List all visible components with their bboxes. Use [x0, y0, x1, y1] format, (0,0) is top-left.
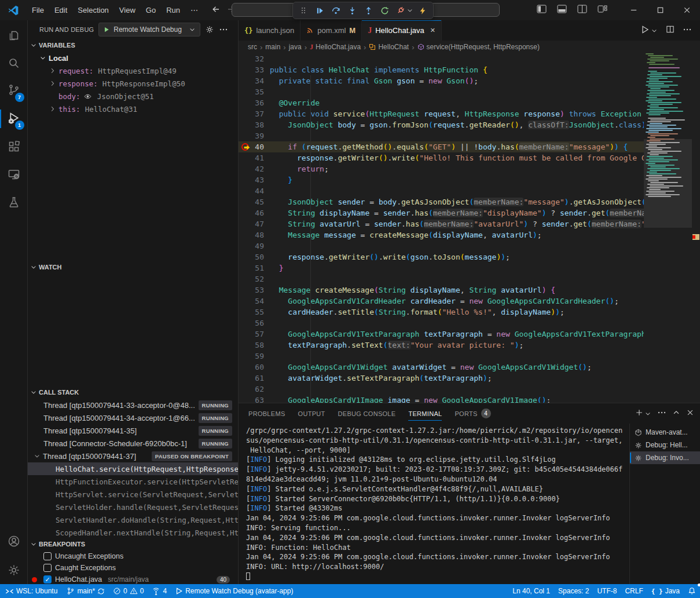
minimap[interactable] — [644, 53, 692, 403]
split-editor-layout-icon[interactable] — [577, 5, 587, 16]
breadcrumb-item[interactable]: src — [248, 43, 257, 51]
breakpoint-margin[interactable] — [239, 285, 254, 296]
editor-tab-launch-json[interactable]: {}launch.json — [239, 20, 300, 41]
close-icon[interactable]: ✕ — [430, 27, 435, 34]
breakpoint-row[interactable]: ✓HelloChat.javasrc/main/java40 — [28, 574, 238, 584]
breakpoint-margin[interactable] — [239, 130, 254, 141]
breakpoint-margin[interactable] — [239, 351, 254, 362]
explorer-icon[interactable] — [0, 21, 28, 49]
line-number[interactable]: 32 — [254, 53, 264, 64]
back-button[interactable] — [211, 5, 221, 16]
line-number[interactable]: 45 — [254, 196, 264, 207]
variable-row[interactable]: response:HttpResponseImpl@50 — [28, 77, 238, 90]
breakpoint-margin[interactable] — [239, 373, 254, 384]
menu-item-selection[interactable]: Selection — [72, 3, 113, 17]
line-number[interactable]: 61 — [254, 373, 264, 384]
watch-header[interactable]: WATCH — [28, 261, 238, 274]
line-number[interactable]: 40 — [254, 141, 264, 152]
breakpoint-margin[interactable] — [239, 240, 254, 251]
line-number[interactable]: 63 — [254, 395, 264, 403]
line-number[interactable]: 46 — [254, 207, 264, 218]
line-number[interactable]: 51 — [254, 262, 264, 274]
breakpoint-margin[interactable] — [239, 296, 254, 307]
breadcrumb-item[interactable]: HelloChat — [369, 43, 409, 51]
split-editor-icon[interactable] — [666, 25, 675, 36]
breakpoint-checkbox[interactable] — [43, 564, 52, 572]
stack-frame[interactable]: ServletHolder.handle(Request,ServletRequ… — [28, 501, 238, 513]
breakpoint-row[interactable]: Uncaught Exceptions — [28, 550, 238, 562]
menu-item-file[interactable]: File — [27, 3, 49, 17]
variable-row[interactable]: this:HelloChat@31 — [28, 103, 238, 115]
line-number[interactable]: 47 — [254, 218, 264, 229]
breakpoint-margin[interactable] — [239, 163, 254, 174]
panel-more-actions-icon[interactable] — [657, 408, 666, 420]
line-number[interactable]: 37 — [254, 108, 264, 119]
menu-item-[interactable]: ⋯ — [185, 3, 203, 17]
line-number[interactable]: 62 — [254, 384, 264, 395]
menu-item-go[interactable]: Go — [141, 3, 161, 17]
thread-row[interactable]: Thread [qtp1500079441-33-acceptor-0@48..… — [28, 399, 238, 411]
stack-frame[interactable]: HttpServlet.service(ServletRequest,Servl… — [28, 488, 238, 501]
debug-continue-button[interactable] — [313, 3, 327, 17]
breakpoint-margin[interactable] — [239, 141, 254, 152]
eol-status[interactable]: CRLF — [621, 584, 647, 598]
maximize-button[interactable] — [647, 0, 673, 20]
minimize-button[interactable] — [620, 0, 647, 20]
encoding-status[interactable]: UTF-8 — [593, 584, 621, 598]
new-terminal-button[interactable] — [635, 409, 651, 419]
breakpoint-margin[interactable] — [239, 362, 254, 373]
breakpoint-margin[interactable] — [239, 318, 254, 329]
breakpoint-margin[interactable] — [239, 119, 254, 130]
breakpoint-margin[interactable] — [239, 307, 254, 318]
testing-icon[interactable] — [0, 188, 28, 216]
line-number[interactable]: 36 — [254, 97, 264, 108]
debug-settings-gear-icon[interactable] — [205, 25, 214, 34]
breakpoint-margin[interactable] — [239, 53, 254, 64]
line-number[interactable]: 53 — [254, 285, 264, 296]
line-number[interactable]: 34 — [254, 75, 264, 86]
accounts-icon[interactable] — [0, 527, 28, 555]
problems-status[interactable]: 00 — [109, 584, 148, 598]
menu-item-run[interactable]: Run — [161, 3, 185, 17]
cursor-position-status[interactable]: Ln 40, Col 1 — [508, 584, 554, 598]
remote-explorer-icon[interactable] — [0, 161, 28, 188]
terminal-list-item[interactable]: Debug: Invo... — [630, 451, 700, 464]
search-icon[interactable] — [0, 49, 28, 77]
variable-row[interactable]: body:JsonObject@51 — [28, 90, 238, 103]
breakpoint-margin[interactable] — [239, 152, 254, 163]
variables-header[interactable]: VARIABLES — [28, 39, 238, 52]
variable-row[interactable]: request:HttpRequestImpl@49 — [28, 64, 238, 77]
start-debug-icon[interactable] — [103, 26, 110, 33]
editor-tab-pom-xml[interactable]: pom.xmlM — [300, 20, 362, 41]
line-number[interactable]: 56 — [254, 318, 264, 329]
remote-indicator[interactable]: WSL: Ubuntu — [0, 584, 63, 598]
breakpoint-margin[interactable] — [239, 64, 254, 75]
call-stack-header[interactable]: CALL STACK — [28, 386, 238, 399]
line-number[interactable]: 49 — [254, 240, 264, 251]
editor-tab-hellochat-java[interactable]: JHelloChat.java✕ — [362, 20, 442, 41]
line-number[interactable]: 38 — [254, 119, 264, 130]
debug-step-out-button[interactable] — [361, 3, 375, 17]
views-more-actions-icon[interactable] — [219, 25, 228, 34]
line-number[interactable]: 58 — [254, 340, 264, 351]
line-number[interactable]: 55 — [254, 307, 264, 318]
thread-row[interactable]: Thread [qtp1500079441-34-acceptor-1@66..… — [28, 411, 238, 424]
debug-step-over-button[interactable] — [329, 3, 343, 17]
debug-step-into-button[interactable] — [345, 3, 359, 17]
panel-tab-problems[interactable]: PROBLEMS — [248, 403, 285, 424]
stack-frame[interactable]: HttpFunctionExecutor.service(HttpServlet… — [28, 475, 238, 488]
breakpoint-margin[interactable] — [239, 262, 254, 274]
debug-restart-button[interactable] — [378, 3, 391, 17]
line-number[interactable]: 44 — [254, 185, 264, 196]
panel-tab-terminal[interactable]: TERMINAL — [408, 403, 442, 424]
hot-code-replace-button[interactable] — [416, 3, 430, 17]
thread-row[interactable]: Thread [qtp1500079441-37]PAUSED ON BREAK… — [28, 450, 238, 462]
breakpoint-margin[interactable] — [239, 251, 254, 262]
breakpoint-margin[interactable] — [239, 97, 254, 108]
toolbar-grip-handle[interactable] — [296, 3, 310, 17]
stack-frame[interactable]: HelloChat.service(HttpRequest,HttpRespon… — [28, 462, 238, 475]
line-number[interactable]: 57 — [254, 329, 264, 340]
language-mode-status[interactable]: { }Java — [647, 584, 684, 598]
breakpoint-margin[interactable] — [239, 185, 254, 196]
run-and-debug-icon[interactable]: 1 — [0, 105, 28, 133]
